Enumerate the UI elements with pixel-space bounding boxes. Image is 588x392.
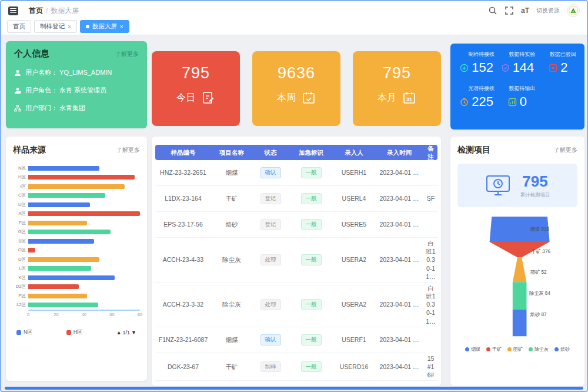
funnel-segment[interactable] bbox=[513, 310, 527, 337]
funnel-legend-item[interactable]: 团矿 bbox=[507, 346, 523, 353]
page-down-icon[interactable]: ▼ bbox=[131, 330, 136, 335]
table-row[interactable]: CQK-23-1063干矿处理加急USERC62023-04-01 …QFX bbox=[155, 381, 437, 386]
bar[interactable] bbox=[28, 193, 105, 198]
bar[interactable] bbox=[28, 284, 79, 289]
personal-more-link[interactable]: 了解更多 bbox=[115, 50, 139, 58]
fullscreen-icon[interactable] bbox=[505, 6, 514, 15]
tab-home[interactable]: 首页 bbox=[7, 20, 31, 33]
detection-more-link[interactable]: 了解更多 bbox=[554, 146, 577, 154]
table-row[interactable]: EPS-23-17-56焙砂登记一般USERE52023-04-01 … bbox=[155, 212, 437, 238]
close-icon[interactable]: × bbox=[68, 24, 71, 30]
close-icon[interactable]: × bbox=[120, 24, 123, 30]
table-cell: 除尘灰 bbox=[211, 299, 252, 310]
table-row[interactable]: ACCH-23-4-33除尘灰处理一般USERA22023-04-01 …白班1… bbox=[155, 238, 437, 283]
table-row[interactable]: F1NZ-23-21-6087烟煤确认一般USERF12023-04-01 … bbox=[155, 327, 437, 353]
sample-source-card: 样品来源 了解更多 N区H区I区C区U区A区F区G区B区O区D区L区K区D2区P… bbox=[6, 137, 147, 381]
tab-sample-register[interactable]: 制样登记× bbox=[34, 20, 77, 33]
bar[interactable] bbox=[28, 248, 35, 253]
detection-total-box: 795 累计检测项目 bbox=[457, 164, 577, 207]
bar[interactable] bbox=[28, 266, 91, 271]
bar-row: L区 bbox=[13, 264, 140, 274]
funnel-segment[interactable] bbox=[513, 257, 527, 282]
table-cell: HNZ-23-32-2651 bbox=[155, 167, 211, 178]
stat-card-week[interactable]: 9636 本周 bbox=[252, 51, 340, 126]
bar[interactable] bbox=[28, 230, 111, 234]
font-size-icon[interactable]: aT bbox=[521, 6, 529, 15]
funnel-label: 干矿 376 bbox=[531, 249, 551, 254]
table-cell: 一般 bbox=[289, 166, 333, 180]
bar[interactable] bbox=[28, 184, 125, 189]
table-cell: 确认 bbox=[252, 333, 289, 347]
table-cell: USERF1 bbox=[333, 334, 375, 345]
table-cell: USERD16 bbox=[333, 361, 375, 372]
stat-card-today[interactable]: 795 今日 bbox=[152, 51, 240, 126]
urgent-badge: 一般 bbox=[301, 219, 322, 230]
bar-row: C区 bbox=[13, 191, 140, 201]
bar[interactable] bbox=[28, 294, 87, 298]
stat-data-pending-export[interactable]: 数据待输出 0 bbox=[497, 85, 537, 109]
bar[interactable] bbox=[28, 257, 99, 262]
sample-table-card: 样品编号项目名称状态加急标识录入人录入时间备注 HNZ-23-32-2651烟煤… bbox=[152, 137, 441, 386]
bar-row: K区 bbox=[13, 273, 140, 283]
switch-source-label[interactable]: 切换资源 bbox=[536, 6, 560, 15]
table-cell: 烟煤 bbox=[211, 334, 252, 345]
bar[interactable] bbox=[28, 202, 90, 207]
urgent-badge: 一般 bbox=[301, 254, 322, 265]
legend-item[interactable]: H区 bbox=[66, 328, 83, 336]
urgent-badge: 一般 bbox=[301, 167, 322, 178]
table-row[interactable]: HNZ-23-32-2651烟煤确认一般USERH12023-04-01 … bbox=[155, 160, 437, 186]
breadcrumb-current: 数据大屏 bbox=[51, 6, 79, 15]
column-header: 录入人 bbox=[333, 147, 375, 158]
search-icon[interactable] bbox=[488, 6, 497, 15]
bar-category-label: U区 bbox=[13, 202, 28, 208]
stat-card-month[interactable]: 795 本月 31 bbox=[353, 51, 441, 126]
sample-source-bar-chart: N区H区I区C区U区A区F区G区B区O区D区L区K区D2区P区L2区 bbox=[13, 164, 140, 310]
urgent-badge: 一般 bbox=[301, 299, 322, 310]
table-cell: 除尘灰 bbox=[211, 254, 252, 265]
table-row[interactable]: DGK-23-67干矿制样一般USERD162023-04-01 …15#16# bbox=[155, 353, 437, 381]
bar[interactable] bbox=[28, 221, 87, 225]
table-cell: 处理 bbox=[252, 253, 289, 267]
breadcrumb-home[interactable]: 首页 bbox=[29, 6, 43, 15]
funnel-legend-item[interactable]: 焙砂 bbox=[554, 346, 570, 353]
bottom-scrollbar[interactable] bbox=[5, 387, 583, 390]
column-header: 备注 bbox=[424, 143, 437, 162]
sample-source-more-link[interactable]: 了解更多 bbox=[116, 146, 140, 154]
table-header: 样品编号项目名称状态加急标识录入人录入时间备注 bbox=[155, 145, 437, 160]
bar-row: D2区 bbox=[13, 283, 140, 292]
stat-data-pending-exp[interactable]: 数据待实验 144 bbox=[497, 51, 537, 75]
bar[interactable] bbox=[28, 166, 99, 171]
status-badge: 处理 bbox=[260, 254, 281, 265]
table-row[interactable]: L1DX-23-164干矿登记一般USERL42023-04-01 …SF bbox=[155, 186, 437, 212]
bar[interactable] bbox=[28, 303, 98, 307]
avatar[interactable] bbox=[567, 4, 580, 17]
table-row[interactable]: ACCH-23-3-32除尘灰处理一般USERA22023-04-01 …白班1… bbox=[155, 283, 437, 327]
bar[interactable] bbox=[28, 211, 140, 216]
stat-spectrum-pending[interactable]: 光谱待接收 225 bbox=[456, 85, 497, 109]
bar-row: A区 bbox=[13, 210, 140, 219]
funnel-label: 焙砂 87 bbox=[530, 312, 547, 317]
bar[interactable] bbox=[28, 175, 135, 180]
bar[interactable] bbox=[28, 239, 94, 244]
bar-category-label: I区 bbox=[13, 184, 28, 190]
table-cell: USERA2 bbox=[333, 299, 375, 310]
legend-item[interactable]: N区 bbox=[16, 328, 33, 336]
funnel-legend-item[interactable]: 干矿 bbox=[486, 346, 502, 353]
table-cell: 2023-04-01 … bbox=[375, 334, 424, 345]
funnel-legend-item[interactable]: 烟煤 bbox=[465, 346, 480, 353]
bar-row: U区 bbox=[13, 200, 140, 210]
stat-data-rejected[interactable]: 数据已驳回 2 bbox=[538, 51, 579, 75]
funnel-segment[interactable] bbox=[513, 282, 527, 309]
bar[interactable] bbox=[28, 275, 115, 280]
funnel-legend-item[interactable]: 除尘灰 bbox=[529, 346, 549, 353]
bar-row: O区 bbox=[13, 246, 140, 255]
user-role-icon bbox=[14, 87, 21, 94]
x-axis-ticks: 020406080 bbox=[28, 312, 140, 319]
stat-sample-pending[interactable]: 制样待接收 152 bbox=[456, 51, 497, 75]
user-name-row: 用户名称： YQ_LIMS_ADMIN bbox=[14, 68, 139, 77]
page-up-icon[interactable]: ▲ bbox=[116, 330, 122, 335]
collapse-menu-icon[interactable] bbox=[8, 6, 18, 15]
bar-row: P区 bbox=[13, 291, 140, 301]
bar-row: G区 bbox=[13, 228, 140, 237]
tab-data-screen[interactable]: 数据大屏× bbox=[80, 20, 129, 33]
